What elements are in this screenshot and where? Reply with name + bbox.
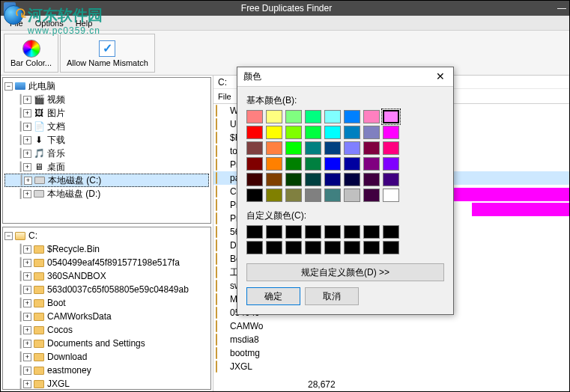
custom-color-swatch[interactable] [324, 225, 341, 239]
color-swatch[interactable] [266, 189, 282, 202]
color-swatch[interactable] [344, 173, 360, 186]
custom-color-swatch[interactable] [266, 225, 282, 239]
tree-item-label[interactable]: eastmoney [47, 365, 91, 376]
tree-item-label[interactable]: 0540499eaf45f891577198e517fa [47, 257, 180, 268]
custom-color-swatch[interactable] [344, 241, 360, 254]
tree-item-label[interactable]: Cocos [47, 325, 73, 335]
expander-icon[interactable]: + [23, 259, 31, 267]
color-swatch[interactable] [246, 173, 263, 186]
color-swatch[interactable] [305, 110, 321, 123]
ok-button[interactable]: 确定 [246, 287, 300, 305]
folder-tree-top[interactable]: −此电脑┃+🎬视频┃+🖼图片┃+📄文档┃+⬇下载┃+🎵音乐┃+🖥桌面┃+本地磁盘… [2, 77, 211, 224]
tree-root-label[interactable]: C: [28, 230, 37, 241]
color-swatch[interactable] [305, 157, 321, 171]
color-dialog-titlebar[interactable]: 颜色 ✕ [237, 67, 453, 87]
expander-icon[interactable]: + [23, 123, 31, 131]
expander-icon[interactable]: + [23, 326, 31, 334]
color-swatch[interactable] [266, 110, 282, 123]
tree-item-label[interactable]: 音乐 [47, 147, 65, 160]
tree-item-label[interactable]: Boot [47, 298, 66, 308]
expander-icon[interactable]: + [23, 286, 31, 294]
custom-color-swatch[interactable] [383, 241, 399, 254]
color-swatch[interactable] [383, 173, 399, 186]
tree-item-label[interactable]: 563d0037c65f058805e59c04849ab [47, 284, 189, 295]
expander-icon[interactable]: + [23, 190, 31, 198]
custom-color-swatch[interactable] [285, 225, 302, 239]
color-swatch[interactable] [324, 189, 341, 202]
expander-icon[interactable]: + [23, 340, 31, 348]
color-swatch[interactable] [363, 110, 380, 123]
color-swatch[interactable] [246, 157, 263, 171]
color-swatch[interactable] [266, 126, 282, 139]
expander-icon[interactable]: + [24, 177, 32, 185]
file-row[interactable]: bootmg [213, 346, 569, 360]
custom-color-swatch[interactable] [363, 225, 380, 239]
color-swatch[interactable] [285, 126, 302, 139]
cancel-button[interactable]: 取消 [305, 287, 359, 305]
expander-icon[interactable]: + [23, 313, 31, 321]
color-swatch[interactable] [305, 126, 321, 139]
color-swatch[interactable] [246, 126, 263, 139]
close-icon[interactable]: ✕ [434, 70, 447, 84]
tree-item-label[interactable]: 本地磁盘 (C:) [48, 174, 101, 187]
color-swatch[interactable] [324, 126, 341, 139]
custom-color-swatch[interactable] [305, 225, 321, 239]
color-swatch[interactable] [324, 173, 341, 186]
expander-icon[interactable]: − [4, 82, 13, 91]
custom-color-swatch[interactable] [383, 225, 399, 239]
tree-item-label[interactable]: 下载 [47, 134, 65, 147]
color-swatch[interactable] [363, 157, 380, 171]
expander-icon[interactable]: + [23, 380, 31, 388]
color-swatch[interactable] [285, 110, 302, 123]
custom-color-swatch[interactable] [266, 241, 282, 254]
color-swatch[interactable] [285, 173, 302, 186]
color-swatch[interactable] [383, 126, 399, 139]
color-swatch[interactable] [383, 189, 399, 202]
color-swatch[interactable] [285, 141, 302, 155]
expander-icon[interactable]: + [23, 367, 31, 375]
expander-icon[interactable]: + [23, 299, 31, 307]
custom-color-swatch[interactable] [324, 241, 341, 254]
expander-icon[interactable]: + [23, 353, 31, 361]
folder-tree-bottom[interactable]: −C:┃+$Recycle.Bin┃+0540499eaf45f89157719… [2, 227, 211, 390]
minimize-button[interactable]: — [554, 3, 569, 13]
custom-color-swatch[interactable] [246, 241, 263, 254]
tree-item-label[interactable]: 图片 [47, 107, 65, 120]
tree-item-label[interactable]: Documents and Settings [47, 338, 145, 349]
expander-icon[interactable]: + [23, 163, 31, 171]
color-swatch[interactable] [363, 189, 380, 202]
color-swatch[interactable] [324, 141, 341, 155]
color-swatch[interactable] [305, 189, 321, 202]
tree-item-label[interactable]: 视频 [47, 94, 65, 106]
color-swatch[interactable] [246, 141, 263, 155]
color-swatch[interactable] [363, 173, 380, 186]
color-swatch[interactable] [383, 157, 399, 171]
color-swatch[interactable] [344, 110, 360, 123]
expander-icon[interactable]: + [23, 136, 31, 144]
custom-color-swatch[interactable] [363, 241, 380, 254]
tree-item-label[interactable]: $Recycle.Bin [47, 244, 100, 254]
color-swatch[interactable] [363, 126, 380, 139]
expander-icon[interactable]: + [23, 109, 31, 117]
expander-icon[interactable]: + [23, 272, 31, 281]
color-swatch[interactable] [266, 141, 282, 155]
menu-help[interactable]: Help [70, 17, 99, 29]
color-swatch[interactable] [344, 141, 360, 155]
color-swatch[interactable] [324, 110, 341, 123]
file-row[interactable]: CAMWo [213, 319, 569, 333]
color-swatch[interactable] [266, 157, 282, 171]
define-custom-color-button[interactable]: 规定自定义颜色(D) >> [246, 263, 444, 281]
color-swatch[interactable] [363, 141, 380, 155]
custom-color-swatch[interactable] [305, 241, 321, 254]
expander-icon[interactable]: + [23, 245, 31, 254]
tree-item-label[interactable]: CAMWorksData [47, 311, 112, 322]
file-row[interactable]: JXGL [213, 360, 569, 373]
bar-color-button[interactable]: Bar Color... [4, 34, 58, 73]
menu-options[interactable]: Options [29, 17, 70, 29]
color-swatch[interactable] [246, 189, 263, 202]
color-swatch[interactable] [344, 126, 360, 139]
custom-color-swatch[interactable] [246, 225, 263, 239]
tree-root-label[interactable]: 此电脑 [28, 80, 55, 93]
allow-name-mismatch-button[interactable]: ✓ Allow Name Mismatch [60, 34, 155, 73]
expander-icon[interactable]: − [4, 232, 13, 240]
